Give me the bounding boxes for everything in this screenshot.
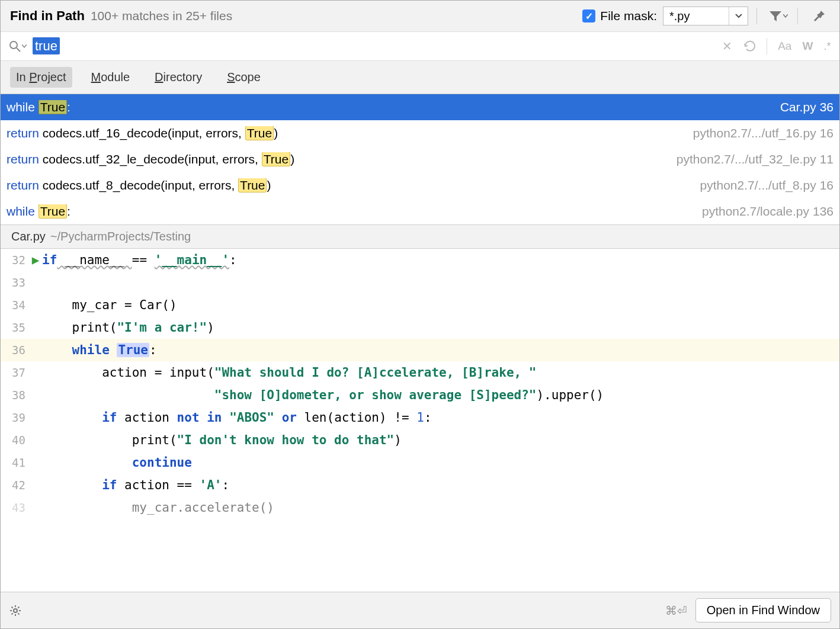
dialog-header: Find in Path 100+ matches in 25+ files ✓… (1, 1, 839, 32)
match-count: 100+ matches in 25+ files (91, 9, 232, 23)
line-number: 38 (1, 384, 29, 406)
line-number: 39 (1, 406, 29, 429)
result-path: python2.7/locale.py (702, 204, 809, 219)
result-path: python2.7/.../utf_16.py (693, 126, 816, 140)
file-mask-combo[interactable] (663, 7, 748, 25)
line-number: 40 (1, 429, 29, 451)
dialog-footer: ⌘⏎ Open in Find Window (1, 592, 839, 628)
tab-in-project[interactable]: In Project (10, 67, 72, 88)
result-row[interactable]: while True: python2.7/locale.py 136 (1, 198, 839, 224)
shortcut-hint: ⌘⏎ (665, 604, 687, 618)
code-line: if __name__ == '__main__': (42, 249, 237, 271)
line-number: 34 (1, 294, 29, 316)
filter-icon[interactable] (768, 10, 789, 22)
result-code: return codecs.utf_32_le_decode(input, er… (7, 152, 677, 166)
result-line: 16 (820, 178, 833, 192)
tab-directory[interactable]: Directory (149, 67, 208, 88)
svg-line-1 (17, 48, 20, 52)
line-number: 42 (1, 474, 29, 496)
line-number: 43 (1, 496, 29, 519)
whole-word-toggle[interactable]: W (802, 40, 813, 53)
result-path: python2.7/.../utf_32_le.py (677, 152, 816, 166)
line-number: 37 (1, 361, 29, 384)
line-number: 32 (1, 249, 29, 271)
file-mask-input[interactable] (663, 7, 729, 25)
code-line: my_car.accelerate() (42, 496, 274, 519)
gear-icon[interactable] (9, 604, 22, 617)
results-list: while True: Car.py 36 return codecs.utf_… (1, 94, 839, 224)
code-line: print("I'm a car!") (42, 316, 214, 339)
file-mask-label: File mask: (600, 9, 657, 23)
result-line: 16 (820, 126, 833, 140)
case-sensitive-toggle[interactable]: Aa (778, 40, 791, 53)
code-line: continue (42, 451, 192, 474)
result-line: 11 (820, 152, 833, 166)
history-icon[interactable] (743, 40, 756, 52)
code-line: if action == 'A': (42, 474, 229, 496)
clear-icon[interactable]: ✕ (722, 39, 732, 53)
result-row[interactable]: while True: Car.py 36 (1, 94, 839, 120)
code-line: while True: (42, 339, 157, 361)
result-code: while True: (7, 100, 780, 114)
code-line: "show [O]dometer, or show average [S]pee… (42, 384, 604, 406)
svg-point-0 (10, 41, 17, 49)
search-icon[interactable] (9, 40, 27, 52)
line-number: 33 (1, 271, 29, 294)
result-row[interactable]: return codecs.utf_32_le_decode(input, er… (1, 146, 839, 172)
pin-icon[interactable] (809, 9, 830, 23)
tab-module[interactable]: Module (85, 67, 136, 88)
tab-scope[interactable]: Scope (221, 67, 267, 88)
file-mask-checkbox[interactable]: ✓ (582, 9, 595, 23)
preview-file: Car.py (11, 230, 46, 243)
line-number: 36 (1, 339, 29, 361)
result-path: python2.7/.../utf_8.py (700, 178, 816, 192)
result-line: 136 (813, 204, 833, 219)
result-code: return codecs.utf_8_decode(input, errors… (7, 178, 700, 192)
preview-header: Car.py ~/PycharmProjects/Testing (1, 224, 839, 249)
code-line: action = input("What should I do? [A]cce… (42, 361, 536, 384)
result-row[interactable]: return codecs.utf_16_decode(input, error… (1, 120, 839, 146)
result-path: Car.py (780, 100, 816, 114)
code-line: if action not in "ABOS" or len(action) !… (42, 406, 432, 429)
code-line: my_car = Car() (42, 294, 177, 316)
code-line: print("I don't know how to do that") (42, 429, 402, 451)
svg-point-2 (14, 609, 17, 612)
dialog-title: Find in Path (10, 8, 85, 24)
result-code: return codecs.utf_16_decode(input, error… (7, 126, 693, 140)
open-in-find-window-button[interactable]: Open in Find Window (695, 598, 831, 622)
line-number: 41 (1, 451, 29, 474)
run-gutter-icon[interactable]: ▶ (29, 249, 42, 271)
preview-path: ~/PycharmProjects/Testing (50, 230, 191, 243)
result-line: 36 (820, 100, 833, 114)
chevron-down-icon[interactable] (729, 7, 748, 25)
result-code: while True: (7, 204, 702, 219)
search-bar: true ✕ Aa W .* (1, 32, 839, 61)
code-preview[interactable]: 32 ▶ if __name__ == '__main__': 33 34 my… (1, 249, 839, 592)
scope-tabs: In Project Module Directory Scope (1, 61, 839, 94)
regex-toggle[interactable]: .* (823, 40, 831, 53)
result-row[interactable]: return codecs.utf_8_decode(input, errors… (1, 172, 839, 198)
search-input[interactable]: true (33, 38, 722, 54)
search-query-text: true (33, 37, 60, 54)
line-number: 35 (1, 316, 29, 339)
